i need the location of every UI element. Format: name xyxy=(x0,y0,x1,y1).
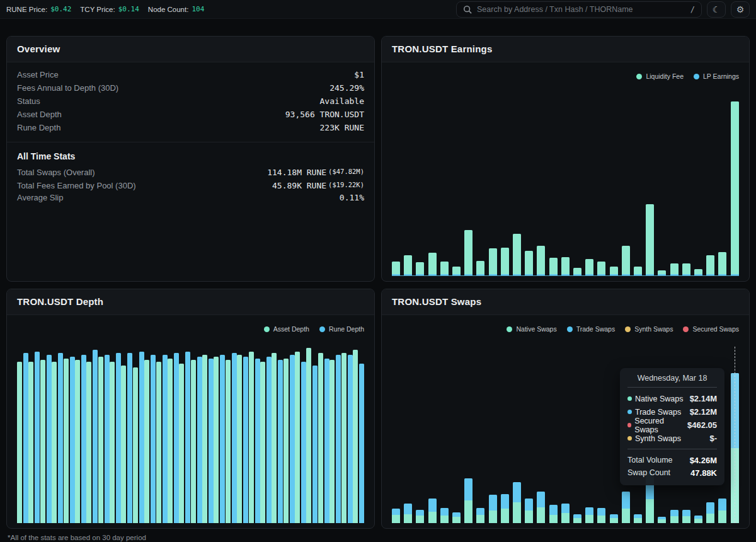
swaps-bar[interactable] xyxy=(585,347,593,523)
swaps-bar[interactable] xyxy=(404,347,412,523)
earnings-bar[interactable] xyxy=(682,263,690,275)
depth-bar-group[interactable] xyxy=(318,353,329,523)
swaps-bar[interactable] xyxy=(452,347,461,523)
swaps-bar[interactable] xyxy=(476,347,484,523)
depth-bar-group[interactable] xyxy=(329,355,341,523)
legend-item-rune-depth[interactable]: Rune Depth xyxy=(319,325,364,333)
depth-bar-group[interactable] xyxy=(64,357,75,523)
native-swaps-segment xyxy=(404,514,412,523)
depth-bar-group[interactable] xyxy=(237,355,248,523)
depth-bar-group[interactable] xyxy=(295,352,306,523)
legend-item-liquidity-fee[interactable]: Liquidity Fee xyxy=(636,72,684,80)
depth-bar-group[interactable] xyxy=(52,353,63,523)
swaps-bar[interactable] xyxy=(501,347,509,523)
search-input[interactable] xyxy=(477,5,685,14)
swaps-bar[interactable] xyxy=(561,347,570,523)
depth-bar-group[interactable] xyxy=(284,355,295,523)
earnings-bar[interactable] xyxy=(610,267,618,275)
depth-bar-group[interactable] xyxy=(202,355,214,523)
swaps-bar[interactable] xyxy=(416,347,424,523)
swaps-bar[interactable] xyxy=(610,347,618,523)
depth-bar-group[interactable] xyxy=(341,353,353,523)
swaps-bar[interactable] xyxy=(597,347,605,523)
earnings-chart[interactable] xyxy=(392,96,739,276)
swaps-bar[interactable] xyxy=(489,347,497,523)
earnings-bar[interactable] xyxy=(670,263,679,275)
depth-bar-group[interactable] xyxy=(98,355,110,523)
earnings-bar[interactable] xyxy=(561,257,570,275)
depth-bar-group[interactable] xyxy=(272,353,283,523)
earnings-bar[interactable] xyxy=(573,268,581,275)
earnings-bar[interactable] xyxy=(549,258,558,275)
swaps-bar[interactable] xyxy=(513,347,521,523)
earnings-bar[interactable] xyxy=(658,270,666,275)
earnings-bar[interactable] xyxy=(731,101,739,275)
earnings-bar[interactable] xyxy=(537,246,545,275)
earnings-bar[interactable] xyxy=(525,251,533,275)
earnings-bar[interactable] xyxy=(634,267,642,275)
tooltip-value: $2.12M xyxy=(690,407,717,417)
depth-bar-group[interactable] xyxy=(17,353,28,523)
earnings-bar[interactable] xyxy=(404,255,412,275)
earnings-bar[interactable] xyxy=(392,262,400,275)
swaps-bar[interactable] xyxy=(428,347,437,523)
mint-dot-icon xyxy=(627,396,632,401)
earnings-bar[interactable] xyxy=(489,248,497,275)
earnings-bar[interactable] xyxy=(428,253,437,275)
earnings-bar[interactable] xyxy=(513,234,521,275)
depth-bar-group[interactable] xyxy=(306,348,318,523)
rune-depth-bar xyxy=(232,353,237,523)
depth-bar-group[interactable] xyxy=(28,352,40,523)
depth-bar-group[interactable] xyxy=(133,352,144,523)
swaps-bar[interactable] xyxy=(392,347,400,523)
swaps-bar[interactable] xyxy=(464,347,472,523)
depth-bar-group[interactable] xyxy=(249,352,260,523)
earnings-bar[interactable] xyxy=(622,246,630,275)
earnings-bar[interactable] xyxy=(646,204,654,275)
settings-button[interactable]: ⚙ xyxy=(731,1,750,18)
earnings-bar[interactable] xyxy=(440,262,449,275)
depth-bar-group[interactable] xyxy=(168,353,179,523)
depth-bar-group[interactable] xyxy=(191,357,202,523)
dark-mode-button[interactable]: ☾ xyxy=(707,1,726,18)
earnings-bar[interactable] xyxy=(597,262,605,275)
earnings-bar[interactable] xyxy=(718,252,726,275)
depth-bar-group[interactable] xyxy=(156,355,168,523)
earnings-bar[interactable] xyxy=(501,248,509,275)
depth-bar-group[interactable] xyxy=(214,355,225,523)
swaps-bar[interactable] xyxy=(549,347,558,523)
earnings-bar[interactable] xyxy=(585,259,593,275)
depth-bar-group[interactable] xyxy=(121,353,132,523)
legend-item-synth-swaps[interactable]: Synth Swaps xyxy=(625,325,673,333)
swaps-bar[interactable] xyxy=(525,347,533,523)
swaps-bar-highlighted[interactable] xyxy=(731,347,739,523)
depth-bar-group[interactable] xyxy=(144,355,156,523)
earnings-bar[interactable] xyxy=(452,267,461,275)
earnings-bar[interactable] xyxy=(416,262,424,275)
legend-item-trade-swaps[interactable]: Trade Swaps xyxy=(567,325,615,333)
earnings-bar[interactable] xyxy=(476,261,484,275)
legend-item-native-swaps[interactable]: Native Swaps xyxy=(507,325,556,333)
depth-bar-group[interactable] xyxy=(40,355,52,523)
swaps-bar[interactable] xyxy=(537,347,545,523)
earnings-bar[interactable] xyxy=(694,269,702,275)
depth-bar-group[interactable] xyxy=(75,355,86,523)
depth-bar-group[interactable] xyxy=(353,350,364,523)
earnings-bar[interactable] xyxy=(706,255,714,275)
depth-bar-group[interactable] xyxy=(86,350,98,523)
asset-depth-bar xyxy=(237,355,242,523)
depth-chart[interactable] xyxy=(17,347,364,523)
swaps-bar[interactable] xyxy=(573,347,581,523)
swaps-bar[interactable] xyxy=(440,347,449,523)
depth-bar-group[interactable] xyxy=(179,352,190,523)
depth-bar-group[interactable] xyxy=(260,357,272,523)
legend-item-lp-earnings[interactable]: LP Earnings xyxy=(694,72,739,80)
earnings-bar[interactable] xyxy=(464,230,472,275)
depth-bar-group[interactable] xyxy=(110,353,121,523)
search-bar[interactable]: / xyxy=(456,1,702,18)
legend-item-asset-depth[interactable]: Asset Depth xyxy=(264,325,309,333)
asset-depth-bar xyxy=(353,350,358,523)
legend-item-secured-swaps[interactable]: Secured Swaps xyxy=(683,325,739,333)
depth-bar-group[interactable] xyxy=(226,353,237,523)
native-swaps-segment xyxy=(452,517,461,523)
